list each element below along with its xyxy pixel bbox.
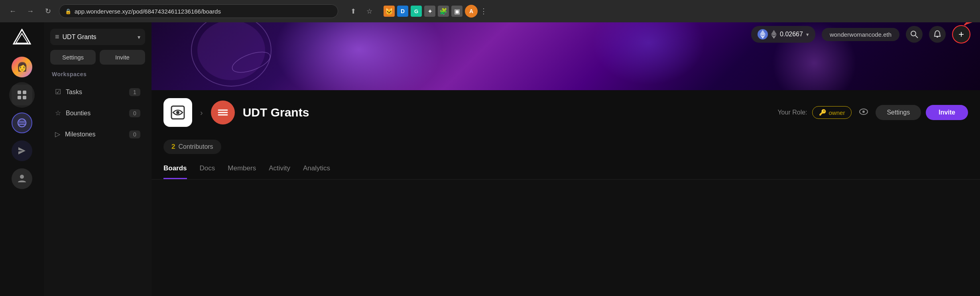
back-button[interactable]: ← (6, 5, 19, 18)
tab-analytics-label: Analytics (303, 164, 330, 172)
forward-button[interactable]: → (24, 5, 37, 18)
nav-grid-button[interactable] (9, 82, 35, 108)
checkbox-icon: ☑ (55, 88, 61, 96)
chevron-down-icon: ▾ (138, 34, 140, 40)
workspace-selector[interactable]: ≡ UDT Grants ▾ (50, 29, 145, 45)
nav-item-milestones[interactable]: ▷ Milestones 0 (50, 126, 145, 142)
menu-button[interactable]: ⋮ (480, 7, 487, 16)
nav-tabs: Boards Docs Members Activity Analytics (152, 159, 980, 180)
tab-docs-label: Docs (200, 164, 215, 172)
bell-icon (933, 30, 941, 39)
add-button-container: + (952, 25, 970, 43)
tab-boards[interactable]: Boards (163, 159, 187, 179)
bounties-badge: 0 (129, 109, 140, 117)
pod-settings-button[interactable]: Settings (876, 105, 921, 120)
ext-grammarly: G (411, 6, 422, 17)
svg-line-15 (915, 36, 918, 38)
hero-top-bar: 0.02667 ▾ wonderwomancode.eth (152, 22, 980, 46)
svg-rect-3 (23, 91, 26, 94)
plus-icon: + (958, 29, 964, 40)
wallet-address: wonderwomancode.eth (822, 28, 899, 41)
svg-point-14 (911, 31, 916, 36)
left-panel: ≡ UDT Grants ▾ Settings Invite Workspace… (44, 22, 152, 296)
pod-sub-icon (211, 101, 235, 124)
contributors-bar: 2 Contributors (152, 135, 980, 159)
nav-item-tasks[interactable]: ☑ Tasks 1 (50, 84, 145, 100)
nav-label-tasks: Tasks (66, 89, 124, 96)
eth-amount: 0.02667 (780, 31, 803, 38)
search-icon (910, 30, 918, 38)
nav-circle-button[interactable] (9, 110, 35, 136)
star-icon: ☆ (55, 109, 61, 117)
send-icon (12, 140, 32, 161)
svg-point-10 (20, 175, 24, 179)
grid-icon (12, 85, 32, 105)
refresh-button[interactable]: ↻ (41, 5, 54, 18)
svg-rect-5 (23, 96, 26, 99)
tab-members[interactable]: Members (228, 159, 256, 179)
tab-activity-label: Activity (269, 164, 290, 172)
ext-misc2: 🧩 (438, 6, 449, 17)
svg-marker-1 (16, 34, 28, 43)
milestones-badge: 0 (129, 130, 140, 138)
nav-send-button[interactable] (9, 138, 35, 164)
workspace-label: UDT Grants (63, 34, 134, 41)
browser-chrome: ← → ↻ 🔒 app.wonderverse.xyz/pod/68474324… (0, 0, 980, 22)
role-badge: 🔑 owner (812, 106, 852, 119)
lock-icon: 🔒 (65, 8, 71, 14)
panel-actions: Settings Invite (50, 50, 145, 65)
app-logo[interactable] (13, 29, 31, 46)
ext-sidebar: ▣ (451, 6, 462, 17)
settings-button[interactable]: Settings (50, 50, 96, 65)
bell-button[interactable] (929, 26, 946, 43)
pod-role-area: Your Role: 🔑 owner Settings Invite (777, 105, 968, 120)
tab-docs[interactable]: Docs (200, 159, 215, 179)
tab-members-label: Members (228, 164, 256, 172)
pod-invite-button[interactable]: Invite (926, 105, 968, 120)
main-layout: 👩 (0, 22, 980, 296)
pod-breadcrumb-arrow: › (200, 108, 203, 117)
search-button[interactable] (906, 26, 923, 43)
browser-actions: ⬆ ☆ (347, 5, 376, 18)
url-text: app.wonderverse.xyz/pod/6847432461123616… (75, 8, 221, 15)
icon-sidebar: 👩 (0, 22, 44, 296)
your-role-label: Your Role: (777, 109, 807, 116)
nav-item-bounties[interactable]: ☆ Bounties 0 (50, 105, 145, 121)
svg-rect-4 (18, 96, 21, 99)
profile-avatar[interactable]: A (465, 5, 478, 18)
contributors-label: Contributors (178, 143, 213, 150)
milestone-icon: ▷ (55, 130, 60, 138)
share-button[interactable]: ⬆ (347, 5, 360, 18)
pod-name: UDT Grants (243, 106, 770, 119)
ext-misc1: ✦ (424, 6, 435, 17)
nav-label-bounties: Bounties (66, 110, 124, 117)
svg-marker-0 (14, 30, 30, 44)
content-area: 0.02667 ▾ wonderwomancode.eth (152, 22, 980, 296)
person-icon (12, 168, 32, 189)
nav-avatar-button[interactable]: 👩 (9, 54, 35, 80)
hero-banner: 0.02667 ▾ wonderwomancode.eth (152, 22, 980, 90)
eth-balance: 0.02667 ▾ (751, 26, 815, 43)
address-bar[interactable]: 🔒 app.wonderverse.xyz/pod/68474324611236… (59, 4, 338, 18)
svg-point-24 (862, 111, 865, 113)
invite-button[interactable]: Invite (100, 50, 145, 65)
contributors-count: 2 (171, 143, 175, 151)
svg-rect-2 (18, 91, 21, 94)
workspace-icon: ≡ (55, 33, 59, 41)
tab-analytics[interactable]: Analytics (303, 159, 330, 179)
tab-activity[interactable]: Activity (269, 159, 290, 179)
role-label: owner (829, 109, 845, 116)
workspaces-section-label: Workspaces (50, 69, 145, 79)
add-button[interactable]: + (952, 25, 970, 43)
eth-dropdown-icon[interactable]: ▾ (806, 32, 809, 37)
user-avatar: 👩 (12, 57, 32, 77)
eth-icon (758, 29, 768, 39)
browser-extensions: 🐱 D G ✦ 🧩 ▣ A ⋮ (384, 5, 487, 18)
visibility-button[interactable] (856, 105, 871, 120)
bookmark-button[interactable]: ☆ (363, 5, 376, 18)
circle-icon (12, 112, 32, 133)
pod-info-bar: › UDT Grants Your Role: 🔑 owner (152, 90, 980, 135)
svg-point-19 (176, 111, 179, 114)
nav-person-button[interactable] (9, 166, 35, 191)
contributors-pill[interactable]: 2 Contributors (163, 140, 221, 154)
